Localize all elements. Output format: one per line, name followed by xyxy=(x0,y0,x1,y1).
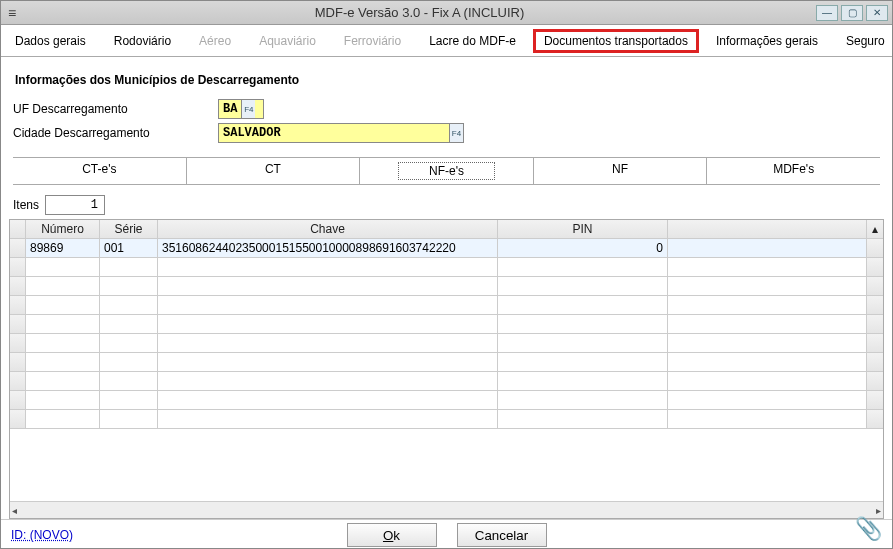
scroll-right-icon[interactable]: ▸ xyxy=(876,505,881,516)
section-title: Informações dos Municípios de Descarrega… xyxy=(15,73,880,87)
window-buttons: — ▢ ✕ xyxy=(816,5,892,21)
col-chave[interactable]: Chave xyxy=(158,220,498,239)
cell-numero: 89869 xyxy=(26,239,100,258)
footer: ID: (NOVO) Ok Cancelar 📎 xyxy=(1,519,892,548)
menu-icon[interactable]: ≡ xyxy=(1,5,23,21)
id-link[interactable]: ID: (NOVO) xyxy=(11,528,73,542)
tab-ferroviario: Ferroviário xyxy=(333,29,412,53)
tab-lacre[interactable]: Lacre do MDF-e xyxy=(418,29,527,53)
subtab-nfes[interactable]: NF-e's xyxy=(359,158,533,184)
scroll-up-icon[interactable]: ▴ xyxy=(867,220,883,239)
row-uf: UF Descarregamento BA F4 xyxy=(13,99,880,119)
minimize-button[interactable]: — xyxy=(816,5,838,21)
col-numero[interactable]: Número xyxy=(26,220,100,239)
cell-pin: 0 xyxy=(498,239,668,258)
tab-aereo: Aéreo xyxy=(188,29,242,53)
tab-dados-gerais[interactable]: Dados gerais xyxy=(4,29,97,53)
row-cidade: Cidade Descarregamento SALVADOR F4 xyxy=(13,123,880,143)
sub-tabs: CT-e's CT NF-e's NF MDFe's xyxy=(13,157,880,185)
scroll-left-icon[interactable]: ◂ xyxy=(12,505,17,516)
subtab-ctes[interactable]: CT-e's xyxy=(13,158,186,184)
items-row: Itens 1 xyxy=(1,189,892,219)
col-pin[interactable]: PIN xyxy=(498,220,668,239)
tab-aquaviario: Aquaviário xyxy=(248,29,327,53)
grid-body: 89869 001 351608624402350001515500100008… xyxy=(10,239,883,501)
window: ≡ MDF-e Versão 3.0 - Fix A (INCLUIR) — ▢… xyxy=(0,0,893,549)
subtab-mdfes[interactable]: MDFe's xyxy=(706,158,880,184)
subtab-nf[interactable]: NF xyxy=(533,158,707,184)
grid: Número Série Chave PIN ▴ 89869 001 35160… xyxy=(9,219,884,519)
col-serie[interactable]: Série xyxy=(100,220,158,239)
field-uf[interactable]: BA F4 xyxy=(218,99,264,119)
maximize-button[interactable]: ▢ xyxy=(841,5,863,21)
horizontal-scrollbar[interactable]: ◂ ▸ xyxy=(10,501,883,518)
table-row[interactable]: 89869 001 351608624402350001515500100008… xyxy=(10,239,883,258)
label-cidade: Cidade Descarregamento xyxy=(13,126,218,140)
tab-documentos-transportados[interactable]: Documentos transportados xyxy=(533,29,699,53)
items-label: Itens xyxy=(13,198,39,212)
value-uf: BA xyxy=(219,102,241,116)
close-button[interactable]: ✕ xyxy=(866,5,888,21)
col-blank xyxy=(668,220,867,239)
tab-informacoes-gerais[interactable]: Informações gerais xyxy=(705,29,829,53)
field-cidade[interactable]: SALVADOR F4 xyxy=(218,123,464,143)
content-area: Informações dos Municípios de Descarrega… xyxy=(1,57,892,189)
ok-button[interactable]: Ok xyxy=(347,523,437,547)
attachment-icon[interactable]: 📎 xyxy=(855,516,882,542)
cell-chave: 3516086244023500015155001000089869160374… xyxy=(158,239,498,258)
grid-header: Número Série Chave PIN ▴ xyxy=(10,220,883,239)
window-title: MDF-e Versão 3.0 - Fix A (INCLUIR) xyxy=(23,5,816,20)
titlebar: ≡ MDF-e Versão 3.0 - Fix A (INCLUIR) — ▢… xyxy=(1,1,892,25)
lookup-icon[interactable]: F4 xyxy=(241,100,255,118)
value-cidade: SALVADOR xyxy=(219,126,449,140)
label-uf: UF Descarregamento xyxy=(13,102,218,116)
tab-rodoviario[interactable]: Rodoviário xyxy=(103,29,182,53)
cancel-button[interactable]: Cancelar xyxy=(457,523,547,547)
cell-serie: 001 xyxy=(100,239,158,258)
subtab-ct[interactable]: CT xyxy=(186,158,360,184)
col-rowhead xyxy=(10,220,26,239)
main-tabs: Dados gerais Rodoviário Aéreo Aquaviário… xyxy=(1,25,892,57)
lookup-icon[interactable]: F4 xyxy=(449,124,463,142)
items-count[interactable]: 1 xyxy=(45,195,105,215)
tab-seguro[interactable]: Seguro xyxy=(835,29,893,53)
